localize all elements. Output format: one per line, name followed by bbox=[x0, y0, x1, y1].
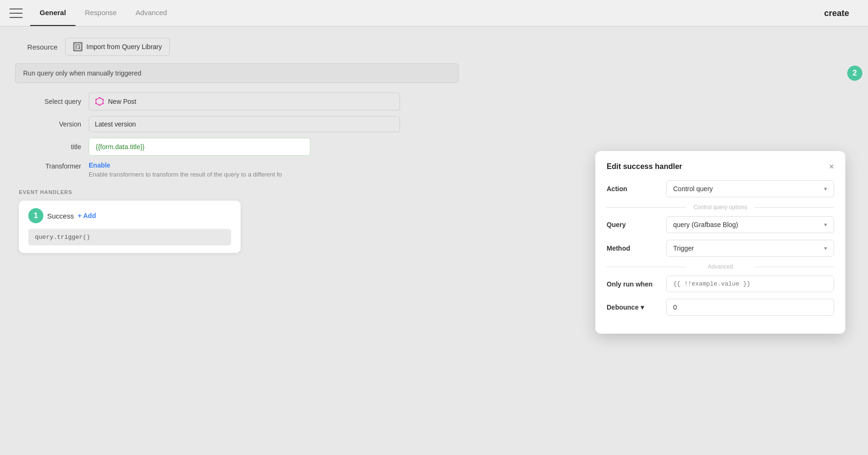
transformer-enable-link[interactable]: Enable bbox=[89, 161, 282, 169]
select-query-label: Select query bbox=[25, 98, 81, 105]
title-input[interactable]: {{form.data.title}} bbox=[89, 138, 310, 156]
modal-action-row: Action Control query ▾ bbox=[607, 180, 834, 197]
modal-action-select[interactable]: Control query ▾ bbox=[666, 180, 834, 197]
query-chevron-icon: ▾ bbox=[824, 221, 827, 228]
import-icon bbox=[73, 42, 83, 51]
control-query-options-divider: Control query options bbox=[607, 204, 834, 211]
transformer-content: Enable Enable transformers to transform … bbox=[89, 161, 282, 178]
code-block: query.trigger() bbox=[28, 229, 231, 245]
select-query-input[interactable]: New Post bbox=[89, 93, 400, 110]
modal-title: Edit success handler bbox=[607, 162, 682, 171]
top-bar: General Response Advanced create bbox=[0, 0, 868, 26]
sidebar-toggle[interactable] bbox=[9, 8, 23, 18]
version-value: Latest version bbox=[95, 120, 136, 128]
tab-advanced[interactable]: Advanced bbox=[126, 0, 176, 26]
debounce-input[interactable] bbox=[666, 299, 834, 316]
modal-method-value: Trigger bbox=[673, 244, 694, 252]
modal-only-run-when-row: Only run when bbox=[607, 276, 834, 292]
transformer-label: Transformer bbox=[25, 161, 81, 170]
tab-response[interactable]: Response bbox=[75, 0, 126, 26]
toggle-text: Run query only when manually triggered bbox=[23, 69, 142, 77]
modal-debounce-row: Debounce ▾ bbox=[607, 299, 834, 316]
method-chevron-icon: ▾ bbox=[824, 245, 827, 252]
add-handler-link[interactable]: + Add bbox=[78, 212, 96, 219]
modal-action-label: Action bbox=[607, 185, 659, 193]
modal-query-value: query (Grafbase Blog) bbox=[673, 221, 738, 228]
badge-2: 2 bbox=[847, 66, 862, 81]
version-label: Version bbox=[25, 120, 81, 128]
transformer-description: Enable transformers to transform the res… bbox=[89, 171, 282, 178]
modal-only-run-when-label: Only run when bbox=[607, 280, 659, 288]
action-chevron-icon: ▾ bbox=[824, 185, 827, 192]
select-query-value: New Post bbox=[108, 98, 136, 105]
tabs: General Response Advanced bbox=[30, 0, 176, 26]
version-input[interactable]: Latest version bbox=[89, 116, 400, 132]
title-label: title bbox=[25, 143, 81, 151]
debounce-chevron-icon: ▾ bbox=[641, 303, 644, 311]
success-label: Success bbox=[47, 212, 74, 220]
page-title: create bbox=[824, 8, 849, 18]
edit-success-handler-modal: Edit success handler × Action Control qu… bbox=[595, 151, 845, 334]
modal-header: Edit success handler × bbox=[607, 162, 834, 171]
success-card: 1 Success + Add query.trigger() bbox=[19, 201, 241, 253]
title-value: {{form.data.title}} bbox=[96, 143, 145, 151]
only-run-when-input[interactable] bbox=[666, 276, 834, 292]
svg-line-13 bbox=[100, 103, 103, 105]
success-header: 1 Success + Add bbox=[28, 208, 231, 223]
modal-method-row: Method Trigger ▾ bbox=[607, 240, 834, 257]
svg-line-14 bbox=[96, 103, 100, 105]
resource-label: Resource bbox=[15, 43, 58, 51]
advanced-divider: Advanced bbox=[607, 263, 834, 270]
resource-row: Resource Import from Query Library bbox=[15, 38, 853, 56]
modal-query-label: Query bbox=[607, 221, 659, 228]
select-query-row: Select query N bbox=[15, 93, 853, 110]
modal-query-select[interactable]: query (Grafbase Blog) ▾ bbox=[666, 216, 834, 233]
import-button-label: Import from Query Library bbox=[86, 43, 162, 51]
modal-close-button[interactable]: × bbox=[829, 162, 834, 171]
badge-1: 1 bbox=[28, 208, 43, 223]
modal-action-value: Control query bbox=[673, 185, 713, 193]
version-row: Version Latest version bbox=[15, 116, 853, 132]
tab-general[interactable]: General bbox=[30, 0, 75, 26]
modal-debounce-label: Debounce ▾ bbox=[607, 303, 659, 311]
import-from-query-library-button[interactable]: Import from Query Library bbox=[65, 38, 170, 56]
manual-trigger-toggle[interactable]: Run query only when manually triggered bbox=[15, 63, 459, 83]
modal-method-select[interactable]: Trigger ▾ bbox=[666, 240, 834, 257]
svg-line-11 bbox=[100, 98, 103, 100]
svg-line-16 bbox=[96, 98, 100, 100]
modal-method-label: Method bbox=[607, 244, 659, 252]
graphql-icon bbox=[95, 97, 104, 106]
modal-query-row: Query query (Grafbase Blog) ▾ bbox=[607, 216, 834, 233]
